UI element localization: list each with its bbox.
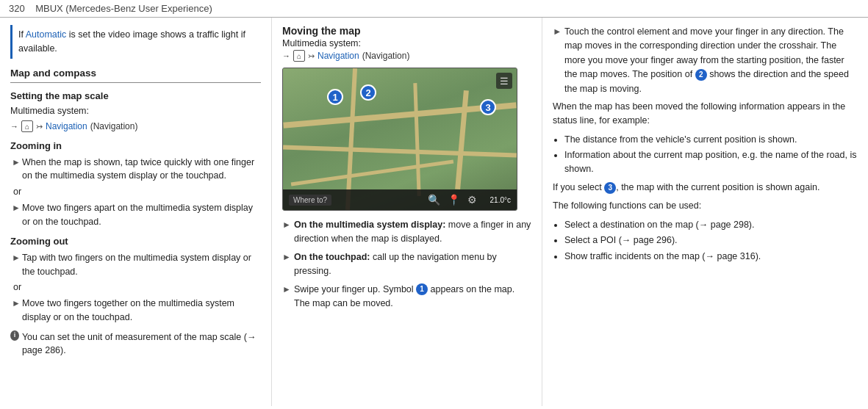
setting-map-scale-title: Setting the map scale <box>10 89 261 104</box>
mid-bullet-1: ► On the multimedia system display: move… <box>282 218 531 247</box>
circle-2-inline: 2 <box>695 69 707 81</box>
map-search-icon: 🔍 <box>428 194 440 206</box>
dot-list-2-item-3: Show traffic incidents on the map (→ pag… <box>564 250 858 264</box>
circle-1-inline: 1 <box>416 283 428 295</box>
zoom-in-title: Zooming in <box>10 139 261 153</box>
nav-arrow-icon: → <box>10 120 18 133</box>
zoom-out-text2: Move two fingers together on the multime… <box>22 297 261 325</box>
right-column: ► Touch the control element and move you… <box>542 18 868 406</box>
para2-before: If you select <box>553 182 604 192</box>
dot-list-1-item-1: The distance from the vehicle's current … <box>564 133 858 147</box>
right-bullet-1: ► Touch the control element and move you… <box>553 25 858 96</box>
right-para-3: The following functions can be used: <box>553 199 858 213</box>
zoom-in-section: Zooming in ► When the map is shown, tap … <box>10 139 261 228</box>
nav-arrow-icon-m: → <box>282 51 290 60</box>
nav-link-navigation: Navigation <box>46 120 87 133</box>
dot-list-2-item-2: Select a POI (→ page 296). <box>564 234 858 247</box>
right-para-1: When the map has been moved the followin… <box>553 100 858 129</box>
info-note-text: You can set the unit of measurement of t… <box>22 330 261 358</box>
mid-bold-2: On the touchpad: <box>294 252 370 262</box>
zoom-in-text1: When the map is shown, tap twice quickly… <box>22 156 261 184</box>
map-gear-icon: ⚙ <box>467 194 477 206</box>
para2-after: , the map with the current position is s… <box>616 182 819 192</box>
page-header: 320 MBUX (Mercedes-Benz User Experience) <box>0 0 868 18</box>
zoom-out-title: Zooming out <box>10 234 261 249</box>
dot-list-1-item-2: Information about the current map positi… <box>564 148 858 176</box>
map-temp: 21.0°c <box>490 196 511 204</box>
or-text-1: or <box>13 185 261 199</box>
home-icon-m: ⌂ <box>293 50 305 62</box>
mid-arrow-2: ► <box>282 250 291 279</box>
nav-path-middle: → ⌂ ↣ Navigation (Navigation) <box>282 50 531 62</box>
or-text-2: or <box>13 280 261 294</box>
nav-path-text-m: (Navigation) <box>362 51 410 61</box>
circle-3-inline: 3 <box>604 182 616 194</box>
bullet-arrow-icon2: ► <box>12 201 19 229</box>
map-bottom-icons: 🔍 📍 ⚙ 21.0°c <box>428 194 511 206</box>
nav-path-left: → ⌂ ↣ Navigation (Navigation) <box>10 120 261 133</box>
map-image: 1 2 3 ☰ Where to? 🔍 📍 ⚙ 21.0°c <box>282 68 517 211</box>
nav-path-text: (Navigation) <box>90 120 138 133</box>
where-to-label: Where to? <box>289 195 331 206</box>
map-pin-icon: 📍 <box>448 194 460 206</box>
info-text-before: If <box>18 29 26 40</box>
info-icon: i <box>10 330 19 341</box>
content-area: If Automatic is set the video image show… <box>0 18 868 406</box>
left-column: If Automatic is set the video image show… <box>0 18 272 406</box>
info-note: i You can set the unit of measurement of… <box>10 330 261 358</box>
map-num-3: 3 <box>480 99 496 115</box>
zoom-out-bullet1: ► Tap with two fingers on the multimedia… <box>10 251 261 279</box>
map-num-2: 2 <box>360 84 376 101</box>
dot-list-1: The distance from the vehicle's current … <box>553 133 858 176</box>
multimedia-system-label: Multimedia system: <box>10 104 261 118</box>
info-box: If Automatic is set the video image show… <box>10 25 261 59</box>
double-arrow-icon: ↣ <box>36 120 43 133</box>
r-arrow-1: ► <box>553 25 562 96</box>
mid-bullet-2: ► On the touchpad: call up the navigatio… <box>282 250 531 279</box>
middle-column: Moving the map Multimedia system: → ⌂ ↣ … <box>272 18 542 406</box>
mid-bullet-3: ► Swipe your finger up. Symbol 1 appears… <box>282 283 531 311</box>
page-number: 320 <box>9 3 25 14</box>
info-highlight: Automatic <box>26 29 67 40</box>
middle-bullets: ► On the multimedia system display: move… <box>282 218 531 311</box>
zoom-in-bullet2: ► Move two fingers apart on the multimed… <box>10 201 261 229</box>
map-num-1: 1 <box>327 89 343 105</box>
right-para-2: If you select 3, the map with the curren… <box>553 181 858 195</box>
mid-arrow-1: ► <box>282 218 291 247</box>
zoom-out-text1: Tap with two fingers on the multimedia s… <box>22 251 261 279</box>
zoom-in-text2: Move two fingers apart on the multimedia… <box>22 201 261 229</box>
moving-the-map-title: Moving the map <box>282 25 531 37</box>
mid-bullet-2-text: On the touchpad: call up the navigation … <box>294 250 531 279</box>
zoom-out-bullet2: ► Move two fingers together on the multi… <box>10 297 261 325</box>
mid-arrow-3: ► <box>282 283 291 311</box>
right-bullet-1-text: Touch the control element and move your … <box>564 25 858 96</box>
map-compass-section-title: Map and compass <box>10 66 261 83</box>
double-arrow-icon-m: ↣ <box>308 51 315 61</box>
mid-multimedia-label: Multimedia system: <box>282 38 531 48</box>
dot-list-2-item-1: Select a destination on the map (→ page … <box>564 218 858 232</box>
zoom-in-bullet1: ► When the map is shown, tap twice quick… <box>10 156 261 184</box>
dot-list-2: Select a destination on the map (→ page … <box>553 218 858 264</box>
map-bottom-bar: Where to? 🔍 📍 ⚙ 21.0°c <box>283 189 517 210</box>
mid-bold-1: On the multimedia system display: <box>294 220 445 230</box>
home-icon: ⌂ <box>21 120 33 132</box>
bullet-arrow-icon4: ► <box>12 297 19 325</box>
bullet-arrow-icon3: ► <box>12 251 19 279</box>
map-settings-icon: ☰ <box>496 73 512 89</box>
mid-bullet-3-text: Swipe your finger up. Symbol 1 appears o… <box>294 283 531 311</box>
nav-link-mid: Navigation <box>318 51 359 61</box>
page-title: MBUX (Mercedes-Benz User Experience) <box>35 3 212 14</box>
zoom-out-section: Zooming out ► Tap with two fingers on th… <box>10 234 261 324</box>
bullet-arrow-icon: ► <box>12 156 19 184</box>
mid-bullet-1-text: On the multimedia system display: move a… <box>294 218 531 247</box>
